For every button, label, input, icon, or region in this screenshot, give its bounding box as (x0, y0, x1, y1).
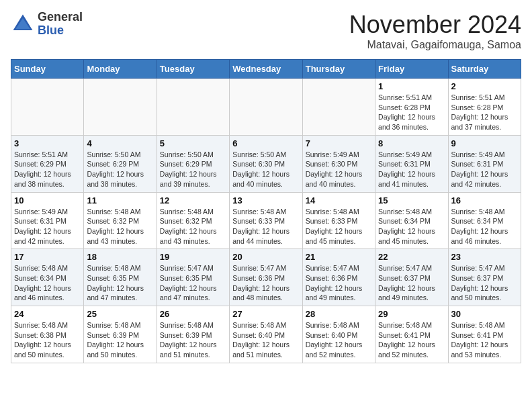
calendar-day-cell: 16Sunrise: 5:48 AM Sunset: 6:34 PM Dayli… (448, 192, 521, 249)
calendar-day-cell: 15Sunrise: 5:48 AM Sunset: 6:34 PM Dayli… (375, 192, 448, 249)
col-header-friday: Friday (375, 60, 448, 79)
day-info: Sunrise: 5:48 AM Sunset: 6:34 PM Dayligh… (378, 207, 445, 246)
day-info: Sunrise: 5:51 AM Sunset: 6:29 PM Dayligh… (14, 150, 81, 189)
calendar-day-cell (230, 79, 302, 136)
day-info: Sunrise: 5:47 AM Sunset: 6:37 PM Dayligh… (378, 263, 445, 303)
day-info: Sunrise: 5:48 AM Sunset: 6:38 PM Dayligh… (14, 320, 81, 360)
month-title: November 2024 (349, 11, 521, 39)
calendar-day-cell: 20Sunrise: 5:47 AM Sunset: 6:36 PM Dayli… (230, 249, 302, 306)
calendar-day-cell (302, 79, 375, 136)
calendar-day-cell: 25Sunrise: 5:48 AM Sunset: 6:39 PM Dayli… (84, 306, 157, 363)
day-number: 19 (160, 252, 226, 262)
day-info: Sunrise: 5:49 AM Sunset: 6:31 PM Dayligh… (378, 150, 445, 189)
calendar-day-cell: 28Sunrise: 5:48 AM Sunset: 6:40 PM Dayli… (302, 306, 375, 363)
col-header-thursday: Thursday (302, 60, 375, 79)
day-info: Sunrise: 5:48 AM Sunset: 6:41 PM Dayligh… (378, 320, 445, 360)
day-number: 3 (14, 138, 81, 148)
calendar-table: SundayMondayTuesdayWednesdayThursdayFrid… (11, 59, 521, 363)
day-number: 28 (306, 309, 372, 319)
day-info: Sunrise: 5:49 AM Sunset: 6:31 PM Dayligh… (14, 207, 81, 246)
day-number: 25 (87, 309, 153, 319)
day-number: 14 (306, 195, 372, 205)
calendar-day-cell: 1Sunrise: 5:51 AM Sunset: 6:28 PM Daylig… (375, 79, 448, 136)
calendar-week-row: 1Sunrise: 5:51 AM Sunset: 6:28 PM Daylig… (11, 79, 521, 136)
day-number: 6 (232, 138, 299, 148)
calendar-day-cell: 21Sunrise: 5:47 AM Sunset: 6:36 PM Dayli… (302, 249, 375, 306)
day-number: 10 (14, 195, 81, 205)
day-number: 7 (306, 138, 372, 148)
day-number: 16 (451, 195, 518, 205)
day-info: Sunrise: 5:51 AM Sunset: 6:28 PM Dayligh… (451, 93, 518, 132)
day-number: 12 (160, 195, 226, 205)
day-number: 1 (378, 81, 445, 91)
day-info: Sunrise: 5:51 AM Sunset: 6:28 PM Dayligh… (378, 93, 445, 132)
calendar-day-cell: 18Sunrise: 5:48 AM Sunset: 6:35 PM Dayli… (84, 249, 157, 306)
day-number: 5 (160, 138, 226, 148)
day-number: 22 (378, 252, 445, 262)
page-header: General Blue November 2024 Matavai, Gaga… (11, 11, 521, 51)
col-header-saturday: Saturday (448, 60, 521, 79)
day-info: Sunrise: 5:48 AM Sunset: 6:40 PM Dayligh… (232, 320, 299, 360)
day-number: 9 (451, 138, 518, 148)
calendar-day-cell: 27Sunrise: 5:48 AM Sunset: 6:40 PM Dayli… (230, 306, 302, 363)
calendar-day-cell (157, 79, 229, 136)
day-number: 29 (378, 309, 445, 319)
day-number: 26 (160, 309, 226, 319)
calendar-day-cell (84, 79, 157, 136)
calendar-day-cell: 29Sunrise: 5:48 AM Sunset: 6:41 PM Dayli… (375, 306, 448, 363)
day-info: Sunrise: 5:48 AM Sunset: 6:34 PM Dayligh… (451, 207, 518, 246)
logo: General Blue (11, 11, 83, 38)
calendar-day-cell: 19Sunrise: 5:47 AM Sunset: 6:35 PM Dayli… (157, 249, 229, 306)
day-number: 15 (378, 195, 445, 205)
day-info: Sunrise: 5:50 AM Sunset: 6:30 PM Dayligh… (232, 150, 299, 189)
day-info: Sunrise: 5:48 AM Sunset: 6:39 PM Dayligh… (87, 320, 153, 360)
day-number: 21 (306, 252, 372, 262)
title-block: November 2024 Matavai, Gagaifomauga, Sam… (349, 11, 521, 51)
day-number: 18 (87, 252, 153, 262)
calendar-day-cell: 17Sunrise: 5:48 AM Sunset: 6:34 PM Dayli… (11, 249, 84, 306)
calendar-day-cell: 2Sunrise: 5:51 AM Sunset: 6:28 PM Daylig… (448, 79, 521, 136)
day-info: Sunrise: 5:49 AM Sunset: 6:30 PM Dayligh… (306, 150, 372, 189)
day-number: 30 (451, 309, 518, 319)
day-number: 27 (232, 309, 299, 319)
day-info: Sunrise: 5:47 AM Sunset: 6:36 PM Dayligh… (306, 263, 372, 303)
calendar-week-row: 17Sunrise: 5:48 AM Sunset: 6:34 PM Dayli… (11, 249, 521, 306)
calendar-day-cell: 9Sunrise: 5:49 AM Sunset: 6:31 PM Daylig… (448, 135, 521, 192)
calendar-day-cell: 11Sunrise: 5:48 AM Sunset: 6:32 PM Dayli… (84, 192, 157, 249)
col-header-tuesday: Tuesday (157, 60, 229, 79)
calendar-day-cell: 7Sunrise: 5:49 AM Sunset: 6:30 PM Daylig… (302, 135, 375, 192)
day-info: Sunrise: 5:47 AM Sunset: 6:35 PM Dayligh… (160, 263, 226, 303)
day-info: Sunrise: 5:47 AM Sunset: 6:37 PM Dayligh… (451, 263, 518, 303)
col-header-monday: Monday (84, 60, 157, 79)
calendar-week-row: 24Sunrise: 5:48 AM Sunset: 6:38 PM Dayli… (11, 306, 521, 363)
calendar-day-cell: 13Sunrise: 5:48 AM Sunset: 6:33 PM Dayli… (230, 192, 302, 249)
day-info: Sunrise: 5:50 AM Sunset: 6:29 PM Dayligh… (160, 150, 226, 189)
calendar-week-row: 3Sunrise: 5:51 AM Sunset: 6:29 PM Daylig… (11, 135, 521, 192)
logo-general-text: General (38, 11, 83, 24)
calendar-day-cell: 4Sunrise: 5:50 AM Sunset: 6:29 PM Daylig… (84, 135, 157, 192)
day-number: 2 (451, 81, 518, 91)
location-subtitle: Matavai, Gagaifomauga, Samoa (349, 39, 521, 51)
day-number: 20 (232, 252, 299, 262)
day-info: Sunrise: 5:48 AM Sunset: 6:32 PM Dayligh… (160, 207, 226, 246)
calendar-day-cell: 6Sunrise: 5:50 AM Sunset: 6:30 PM Daylig… (230, 135, 302, 192)
day-info: Sunrise: 5:48 AM Sunset: 6:33 PM Dayligh… (232, 207, 299, 246)
day-number: 17 (14, 252, 81, 262)
day-info: Sunrise: 5:47 AM Sunset: 6:36 PM Dayligh… (232, 263, 299, 303)
calendar-day-cell: 3Sunrise: 5:51 AM Sunset: 6:29 PM Daylig… (11, 135, 84, 192)
day-number: 23 (451, 252, 518, 262)
calendar-day-cell: 22Sunrise: 5:47 AM Sunset: 6:37 PM Dayli… (375, 249, 448, 306)
day-number: 24 (14, 309, 81, 319)
col-header-wednesday: Wednesday (230, 60, 302, 79)
calendar-day-cell: 12Sunrise: 5:48 AM Sunset: 6:32 PM Dayli… (157, 192, 229, 249)
day-info: Sunrise: 5:50 AM Sunset: 6:29 PM Dayligh… (87, 150, 153, 189)
calendar-day-cell: 10Sunrise: 5:49 AM Sunset: 6:31 PM Dayli… (11, 192, 84, 249)
day-info: Sunrise: 5:48 AM Sunset: 6:33 PM Dayligh… (306, 207, 372, 246)
day-info: Sunrise: 5:48 AM Sunset: 6:35 PM Dayligh… (87, 263, 153, 303)
logo-icon (11, 12, 35, 36)
calendar-day-cell: 26Sunrise: 5:48 AM Sunset: 6:39 PM Dayli… (157, 306, 229, 363)
calendar-day-cell: 14Sunrise: 5:48 AM Sunset: 6:33 PM Dayli… (302, 192, 375, 249)
calendar-day-cell: 23Sunrise: 5:47 AM Sunset: 6:37 PM Dayli… (448, 249, 521, 306)
calendar-day-cell: 8Sunrise: 5:49 AM Sunset: 6:31 PM Daylig… (375, 135, 448, 192)
day-number: 13 (232, 195, 299, 205)
